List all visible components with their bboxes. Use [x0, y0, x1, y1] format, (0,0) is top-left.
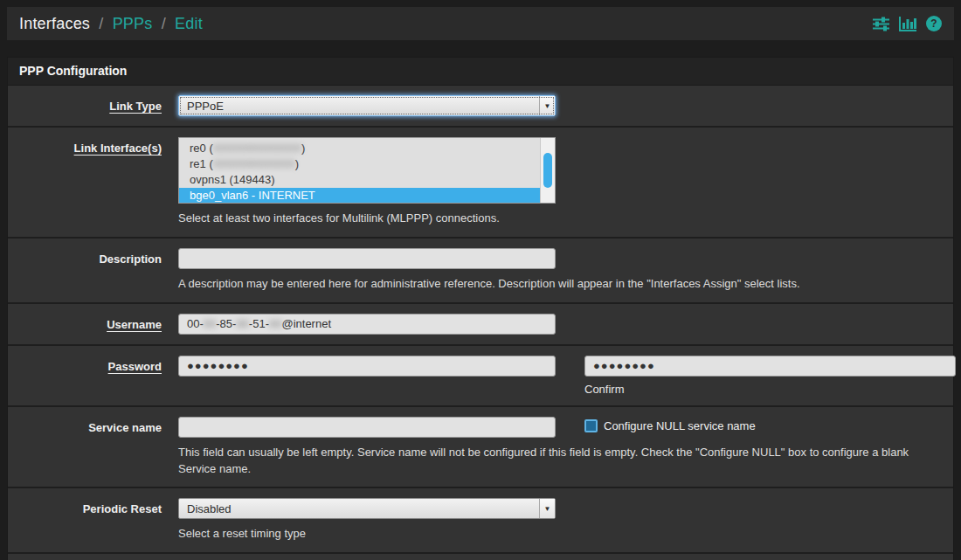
- link-type-label: Link Type: [8, 95, 162, 116]
- chevron-down-icon[interactable]: ▼: [539, 96, 555, 115]
- link-interfaces-row: Link Interface(s) re0 (00000000000000)re…: [8, 126, 953, 237]
- breadcrumb-bar: Interfaces / PPPs / Edit: [7, 7, 954, 40]
- periodic-reset-select[interactable]: Disabled ▼: [178, 498, 556, 519]
- scrollbar-thumb[interactable]: [543, 153, 552, 188]
- breadcrumb-section: Interfaces: [19, 15, 90, 32]
- chevron-down-icon[interactable]: ▼: [539, 499, 555, 518]
- redacted-text: 00000000000000: [213, 141, 301, 156]
- redacted-text: 88: [269, 317, 281, 330]
- username-label: Username: [8, 314, 162, 335]
- checkbox-checked-icon[interactable]: [584, 419, 598, 432]
- listbox-option[interactable]: ovpns1 (149443): [179, 172, 540, 188]
- help-icon[interactable]: ?: [926, 16, 942, 31]
- configure-null-checkbox-label: Configure NULL service name: [604, 419, 756, 432]
- periodic-reset-help: Select a reset timing type: [178, 526, 942, 543]
- breadcrumb: Interfaces / PPPs / Edit: [19, 15, 203, 33]
- ppp-configuration-panel: PPP Configuration Link Type PPPoE ▼ Link…: [7, 57, 954, 560]
- panel-body: Link Type PPPoE ▼ Link Interface(s) re0 …: [8, 86, 953, 560]
- breadcrumb-ppps-link[interactable]: PPPs: [113, 15, 153, 32]
- toolbar-icons: ?: [873, 16, 942, 31]
- service-name-label: Service name: [8, 417, 162, 478]
- link-interfaces-label: Link Interface(s): [8, 137, 162, 227]
- password-input[interactable]: [178, 356, 556, 377]
- breadcrumb-edit-link[interactable]: Edit: [175, 15, 203, 32]
- advanced-options-row: Advanced options: [8, 552, 953, 560]
- password-confirm-label: Confirm: [584, 383, 956, 396]
- username-input[interactable]: 00-88-85-88-51-88@internet: [178, 314, 556, 335]
- link-type-value: PPPoE: [179, 96, 539, 115]
- sliders-icon[interactable]: [873, 17, 889, 31]
- listbox-option[interactable]: bge0_vlan6 - INTERNET: [179, 188, 540, 204]
- svg-text:?: ?: [930, 17, 937, 30]
- breadcrumb-separator: /: [99, 15, 103, 32]
- bar-chart-icon[interactable]: [899, 17, 916, 31]
- link-interfaces-help: Select at least two interfaces for Multi…: [178, 211, 942, 227]
- redacted-text: 88: [236, 317, 248, 330]
- periodic-reset-value: Disabled: [179, 499, 539, 518]
- service-name-input[interactable]: [178, 417, 556, 438]
- description-label: Description: [8, 248, 162, 293]
- periodic-reset-label: Periodic Reset: [8, 498, 162, 543]
- panel-title: PPP Configuration: [8, 58, 953, 86]
- description-help: A description may be entered here for ad…: [178, 276, 942, 293]
- link-type-row: Link Type PPPoE ▼: [8, 86, 953, 126]
- password-row: Password Confirm: [8, 344, 953, 405]
- link-interfaces-listbox[interactable]: re0 (00000000000000)re1 (0000000000000)o…: [178, 137, 556, 204]
- username-row: Username 00-88-85-88-51-88@internet: [8, 302, 953, 344]
- breadcrumb-separator: /: [162, 15, 166, 32]
- periodic-reset-row: Periodic Reset Disabled ▼ Select a reset…: [8, 487, 953, 552]
- service-name-row: Service name Configure NULL service name…: [8, 405, 953, 487]
- listbox-option[interactable]: re0 (00000000000000): [179, 141, 540, 156]
- password-confirm-input[interactable]: [584, 356, 956, 377]
- listbox-option[interactable]: re1 (0000000000000): [179, 156, 540, 172]
- configure-null-checkbox-group[interactable]: Configure NULL service name: [584, 419, 756, 432]
- service-name-help: This field can usually be left empty. Se…: [178, 445, 942, 478]
- redacted-text: 0000000000000: [213, 156, 295, 172]
- redacted-text: 88: [204, 317, 216, 330]
- description-row: Description A description may be entered…: [8, 237, 953, 302]
- listbox-scrollbar[interactable]: [540, 138, 555, 203]
- description-input[interactable]: [178, 248, 556, 269]
- link-type-select[interactable]: PPPoE ▼: [178, 95, 556, 116]
- password-label: Password: [8, 356, 162, 396]
